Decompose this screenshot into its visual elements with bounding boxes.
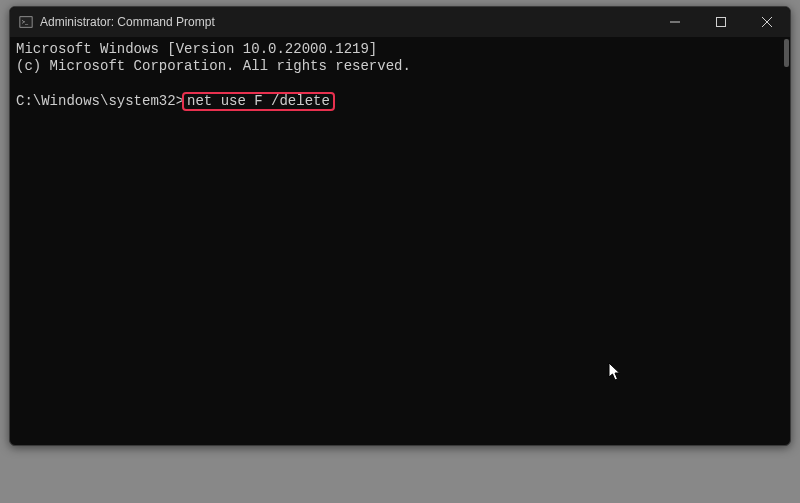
maximize-button[interactable]: [698, 7, 744, 37]
svg-text:>_: >_: [22, 19, 29, 25]
svg-rect-3: [717, 18, 726, 27]
window-controls: [652, 7, 790, 37]
command-highlight: net use F /delete: [182, 92, 335, 111]
close-button[interactable]: [744, 7, 790, 37]
prompt-path: C:\Windows\system32>: [16, 93, 184, 109]
minimize-button[interactable]: [652, 7, 698, 37]
window-title: Administrator: Command Prompt: [40, 15, 215, 29]
copyright-line: (c) Microsoft Corporation. All rights re…: [16, 58, 784, 75]
command-prompt-window: >_ Administrator: Command Prompt Microso…: [9, 6, 791, 446]
prompt-line: C:\Windows\system32>net use F /delete: [16, 92, 784, 111]
scrollbar-thumb[interactable]: [784, 39, 789, 67]
typed-command: net use F /delete: [187, 93, 330, 109]
terminal-output[interactable]: Microsoft Windows [Version 10.0.22000.12…: [10, 37, 790, 445]
cmd-icon: >_: [18, 14, 34, 30]
titlebar[interactable]: >_ Administrator: Command Prompt: [10, 7, 790, 37]
version-line: Microsoft Windows [Version 10.0.22000.12…: [16, 41, 784, 58]
